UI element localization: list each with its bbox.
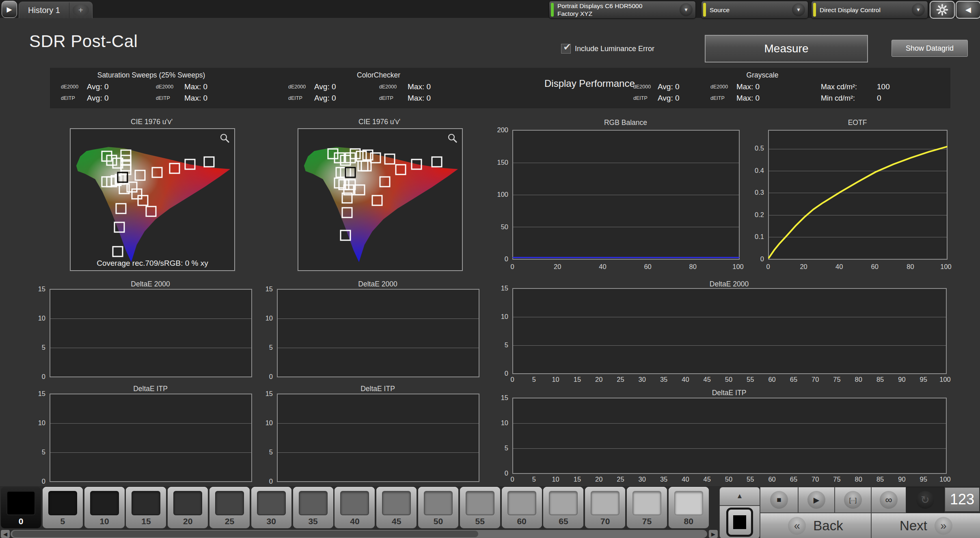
x-tick-label: 40 (835, 263, 843, 271)
gray-patch-30[interactable]: 30 (251, 487, 291, 528)
chevron-down-icon[interactable]: ▼ (792, 3, 805, 16)
metric-label: dEITP (156, 95, 184, 101)
include-luminance-checkbox[interactable]: ✔ (561, 44, 571, 54)
gamut-target-square (340, 230, 351, 241)
gridline (50, 452, 251, 453)
gridline (513, 317, 946, 317)
gridline (278, 318, 479, 319)
meter-mode: Factory XYZ (557, 10, 642, 17)
patch-label: 45 (376, 516, 417, 526)
gray-patch-55[interactable]: 55 (460, 487, 500, 528)
x-tick-label: 85 (876, 476, 884, 483)
gamut-target-square (116, 203, 127, 214)
next-button[interactable]: Next » (871, 513, 980, 538)
x-tick-label: 80 (907, 263, 914, 271)
patch-swatch (674, 491, 703, 515)
continuous-measure-button[interactable]: ∞ (871, 487, 906, 513)
gray-patch-20[interactable]: 20 (168, 487, 208, 528)
luminance-stats: Max cd/m²: 100 Min cd/m²: 0 (821, 81, 909, 104)
play-button[interactable]: ▶ (798, 487, 835, 513)
scrollbar-thumb[interactable] (12, 531, 478, 537)
flyout-handle-icon[interactable]: ▶ (2, 1, 17, 18)
max-value: Max: 0 (408, 82, 464, 91)
y-tick-label: 5 (42, 448, 45, 456)
source-dropdown-text: Source (710, 1, 730, 18)
chevron-down-icon[interactable]: ▼ (912, 3, 925, 16)
gray-patch-45[interactable]: 45 (376, 487, 417, 528)
measure-range-button[interactable]: [··] (835, 487, 871, 513)
collapse-panel-button[interactable]: ◀ (956, 1, 980, 19)
back-button[interactable]: « Back (760, 513, 871, 538)
rgb-balance-plot (512, 130, 740, 260)
gray-patch-10[interactable]: 10 (84, 487, 125, 528)
checkmark-icon: ✔ (563, 41, 571, 53)
source-dropdown[interactable]: Source ▼ (701, 1, 808, 19)
gray-patch-65[interactable]: 65 (543, 487, 583, 528)
x-tick-label: 65 (790, 476, 797, 483)
gray-patch-15[interactable]: 15 (126, 487, 166, 528)
x-tick-label: 15 (574, 476, 581, 483)
tab-history-1[interactable]: History 1 (19, 6, 69, 15)
y-tick-label: 0 (505, 255, 508, 263)
gamut-target-square (112, 246, 123, 257)
collapse-strip-button[interactable]: ▲ (719, 487, 760, 506)
gray-patch-60[interactable]: 60 (502, 487, 542, 528)
gray-patch-80[interactable]: 80 (669, 487, 709, 528)
patch-label: 15 (126, 516, 166, 526)
gray-patch-50[interactable]: 50 (418, 487, 458, 528)
magnifier-icon[interactable] (447, 133, 458, 144)
meter-dropdown[interactable]: Portrait Displays C6 HDR5000 Factory XYZ… (549, 1, 696, 19)
measure-button[interactable]: Measure (705, 35, 868, 62)
pattern-window-button[interactable] (719, 506, 760, 538)
tab-divider (69, 2, 69, 18)
patch-swatch (632, 491, 661, 515)
x-tick-label: 35 (660, 376, 667, 383)
gray-patch-5[interactable]: 5 (43, 487, 83, 528)
grayscale-stats: dE2000 Avg: 0 dE2000 Max: 0 dEITP Avg: 0… (633, 81, 785, 104)
gamut-target-square (145, 206, 156, 217)
x-tick-label: 100 (732, 263, 744, 271)
gray-patch-70[interactable]: 70 (585, 487, 625, 528)
metric-label: dEITP (379, 95, 408, 101)
deitp-mid-y-axis: 051015 (257, 394, 275, 481)
gamut-target-square (152, 167, 163, 178)
y-tick-label: 0.5 (755, 144, 764, 152)
gray-patch-25[interactable]: 25 (209, 487, 250, 528)
de2000-grayscale-title: DeltaE 2000 (512, 280, 946, 288)
y-tick-label: 10 (501, 419, 508, 427)
patch-label: 55 (460, 516, 500, 526)
scroll-right-icon[interactable]: ▶ (709, 530, 718, 538)
gray-patch-35[interactable]: 35 (293, 487, 333, 528)
add-tab-button[interactable]: + (73, 4, 89, 16)
chevron-down-icon[interactable]: ▼ (680, 3, 693, 16)
x-tick-label: 5 (532, 376, 536, 383)
settings-button[interactable] (930, 1, 955, 19)
gray-patch-0[interactable]: 0 (1, 487, 41, 528)
x-tick-label: 40 (599, 263, 606, 271)
x-tick-label: 100 (939, 476, 951, 483)
cie1-chart: Coverage rec.709/sRGB: 0 % xy (70, 128, 235, 271)
show-datagrid-button[interactable]: Show Datagrid (891, 40, 968, 57)
stop-button[interactable]: ■ (760, 487, 798, 513)
max-value: Max: 0 (184, 94, 241, 103)
gamut-target-square (371, 195, 382, 206)
gray-patch-40[interactable]: 40 (335, 487, 375, 528)
y-tick-label: 10 (38, 314, 45, 322)
gamut-target-square (431, 156, 442, 167)
display-control-dropdown[interactable]: Direct Display Control ▼ (811, 1, 928, 19)
refresh-button-active[interactable]: ↻ (906, 487, 944, 513)
y-tick-label: 0 (505, 370, 508, 377)
magnifier-icon[interactable] (220, 133, 230, 144)
white-point-target (117, 172, 128, 183)
x-tick-label: 20 (800, 263, 807, 271)
avg-value: Avg: 0 (87, 94, 156, 103)
back-chevron-icon: « (788, 517, 806, 535)
gray-patch-75[interactable]: 75 (627, 487, 667, 528)
avg-value: Avg: 0 (87, 82, 156, 91)
scroll-left-icon[interactable]: ◀ (1, 530, 10, 538)
patch-scrollbar[interactable] (11, 530, 707, 538)
patch-swatch (215, 491, 244, 515)
x-tick-label: 25 (617, 476, 624, 483)
deitp-grayscale-title: DeltaE ITP (512, 389, 946, 397)
patch-swatch (507, 491, 536, 515)
